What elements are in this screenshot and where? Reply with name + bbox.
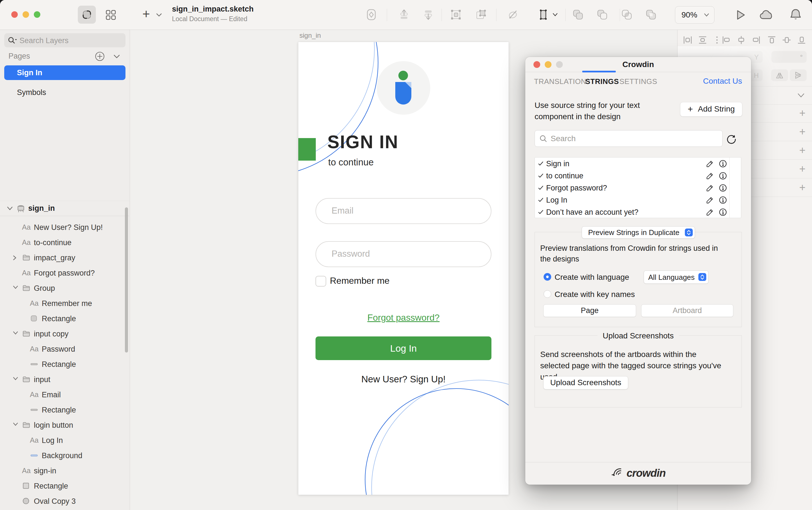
create-with-language-radio[interactable] — [544, 273, 551, 281]
layer-row[interactable]: AaLog In — [0, 432, 129, 448]
pages-collapse-chevron[interactable] — [113, 54, 121, 59]
align-left-icon[interactable] — [721, 35, 731, 45]
distribute-vertical-icon[interactable] — [698, 35, 708, 45]
layer-row[interactable]: Group — [0, 280, 129, 296]
layer-row[interactable]: AaForgot password? — [0, 265, 129, 280]
signin-heading-text[interactable]: SIGN IN — [327, 131, 398, 152]
add-string-button[interactable]: + Add String — [680, 102, 742, 117]
add-icon[interactable]: + — [799, 144, 806, 156]
tab-strings[interactable]: STRINGS — [585, 77, 619, 86]
boolean-difference-icon[interactable] — [644, 8, 658, 21]
layer-row[interactable]: login button — [0, 417, 129, 432]
layer-row[interactable]: Rectangle — [0, 402, 129, 417]
signup-text[interactable]: New User? Sign Up! — [298, 374, 509, 385]
edit-pencil-icon[interactable] — [706, 184, 714, 192]
info-icon[interactable] — [719, 184, 727, 192]
create-with-key-names-radio[interactable] — [544, 290, 551, 298]
layer-row[interactable]: Background — [0, 448, 129, 463]
preview-play-button[interactable] — [734, 8, 747, 22]
zoom-level-dropdown[interactable]: 90% — [675, 6, 715, 24]
resize-to-fit-icon[interactable] — [537, 8, 550, 21]
boolean-union-icon[interactable] — [572, 8, 584, 21]
layer-row[interactable]: AaRemember me — [0, 296, 129, 311]
resize-chevron-icon[interactable] — [552, 12, 558, 17]
string-search-field[interactable] — [534, 130, 723, 147]
password-field[interactable]: Password — [316, 241, 491, 267]
tab-translation[interactable]: TRANSLATION — [534, 77, 586, 86]
layer-row[interactable]: impact_gray — [0, 250, 129, 265]
language-dropdown[interactable]: All Languages — [644, 270, 708, 284]
align-right-icon[interactable] — [751, 35, 761, 45]
add-page-button[interactable] — [95, 51, 105, 61]
info-icon[interactable] — [719, 208, 727, 216]
layer-row[interactable]: input copy — [0, 326, 129, 341]
sidebar-scrollbar[interactable] — [125, 207, 128, 353]
edit-pencil-icon[interactable] — [706, 159, 714, 168]
info-icon[interactable] — [719, 172, 727, 180]
close-window-button[interactable] — [11, 11, 18, 18]
layer-row[interactable]: Rectangle — [0, 478, 129, 493]
artboard-title-label[interactable]: sign_in — [299, 32, 321, 39]
login-button[interactable]: Log In — [316, 336, 491, 360]
edit-pencil-icon[interactable] — [706, 172, 714, 180]
zoom-window-button[interactable] — [34, 11, 40, 18]
group-icon[interactable] — [450, 8, 462, 21]
chevron-right-icon[interactable] — [12, 255, 17, 261]
upload-screenshots-button[interactable]: Upload Screenshots — [543, 376, 628, 389]
crowdin-titlebar[interactable]: Crowdin — [525, 57, 751, 72]
add-icon[interactable]: + — [799, 163, 806, 175]
boolean-intersect-icon[interactable] — [620, 8, 633, 21]
layer-row[interactable]: AaNew User? Sign Up! — [0, 219, 129, 235]
string-row[interactable]: Forgot password? — [535, 182, 741, 194]
layer-row[interactable]: Rectangle — [0, 311, 129, 326]
tab-settings[interactable]: SETTINGS — [619, 77, 657, 86]
logo-blue-shape[interactable] — [395, 82, 411, 104]
add-icon[interactable]: + — [799, 126, 806, 138]
insert-button[interactable]: + — [142, 6, 150, 22]
edit-shape-icon[interactable] — [506, 8, 520, 21]
forgot-password-link[interactable]: Forgot password? — [298, 312, 509, 323]
add-icon[interactable]: + — [799, 181, 806, 193]
preview-strings-button[interactable]: Preview Strings in Duplicate — [582, 226, 695, 239]
refresh-icon[interactable] — [726, 133, 737, 144]
heading-green-block[interactable] — [298, 138, 316, 160]
align-center-horizontal-icon[interactable] — [736, 35, 746, 45]
layer-search-input[interactable] — [19, 35, 121, 46]
chevron-down-icon[interactable] — [12, 285, 19, 290]
chevron-down-icon[interactable] — [12, 422, 19, 427]
layer-row[interactable]: AaEmail — [0, 387, 129, 402]
sidebar-page-symbols[interactable]: Symbols — [4, 85, 125, 100]
string-row[interactable]: Log In — [535, 194, 741, 206]
email-field[interactable]: Email — [316, 198, 491, 224]
layer-row[interactable]: Aasign-in — [0, 463, 129, 478]
chevron-down-icon[interactable] — [12, 377, 19, 381]
artboard-button[interactable]: Artboard — [641, 304, 733, 317]
boolean-subtract-icon[interactable] — [596, 8, 609, 21]
string-row[interactable]: Sign in — [535, 157, 741, 170]
info-icon[interactable] — [719, 196, 727, 204]
grid-view-toggle[interactable] — [105, 9, 117, 21]
canvas-view-toggle[interactable] — [78, 6, 96, 24]
layers-root-row[interactable]: sign_in — [0, 201, 129, 216]
layer-row[interactable]: Rectangle — [0, 356, 129, 372]
contact-us-link[interactable]: Contact Us — [703, 77, 742, 86]
string-search-input[interactable] — [550, 133, 718, 145]
artboard[interactable]: SIGN IN to continue Email Password Remem… — [298, 42, 509, 495]
signin-subheading-text[interactable]: to continue — [328, 157, 374, 168]
add-icon[interactable]: + — [799, 107, 806, 119]
logo-green-dot[interactable] — [398, 71, 408, 80]
more-dots-icon[interactable] — [712, 35, 722, 45]
ungroup-icon[interactable] — [474, 8, 487, 21]
string-row[interactable]: to continue — [535, 170, 741, 182]
layer-row[interactable]: AaPassword — [0, 341, 129, 356]
chevron-down-icon[interactable] — [6, 206, 13, 211]
info-icon[interactable] — [719, 159, 727, 168]
edit-pencil-icon[interactable] — [706, 208, 714, 216]
align-bottom-icon[interactable] — [796, 35, 807, 45]
layer-row[interactable]: input — [0, 372, 129, 387]
layer-search-field[interactable] — [4, 33, 125, 47]
edit-pencil-icon[interactable] — [706, 196, 714, 204]
page-button[interactable]: Page — [543, 304, 636, 317]
move-backward-icon[interactable] — [422, 8, 435, 21]
align-middle-vertical-icon[interactable] — [782, 35, 792, 45]
